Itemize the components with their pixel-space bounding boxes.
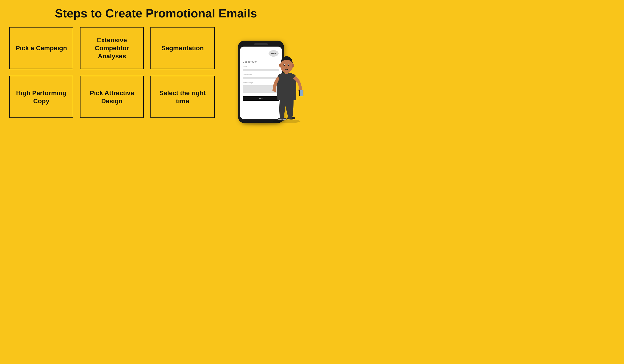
step-label-1: Pick a Campaign [16, 44, 67, 52]
svg-point-13 [279, 64, 281, 67]
step-label-6: Select the right time [155, 89, 210, 105]
step-label-2: Extensive Competitor Analyses [85, 36, 139, 60]
step-card-2: Extensive Competitor Analyses [80, 27, 144, 69]
svg-point-5 [273, 120, 300, 123]
svg-point-17 [284, 64, 285, 65]
step-card-3: Segmentation [151, 27, 215, 69]
grid-and-illustration: Pick a Campaign Extensive Competitor Ana… [9, 27, 303, 123]
page-title: Steps to Create Promotional Emails [9, 7, 303, 20]
svg-rect-10 [300, 90, 303, 96]
person-illustration [264, 36, 310, 123]
step-card-4: High Performing Copy [9, 76, 73, 118]
step-card-5: Pick Attractive Design [80, 76, 144, 118]
step-label-3: Segmentation [161, 44, 204, 52]
step-label-5: Pick Attractive Design [85, 89, 139, 105]
svg-point-14 [292, 64, 294, 67]
illustration-area: Get in touch Name Email adress Your mess… [219, 27, 303, 123]
steps-grid: Pick a Campaign Extensive Competitor Ana… [9, 27, 215, 118]
svg-point-19 [286, 67, 287, 68]
step-card-6: Select the right time [151, 76, 215, 118]
page-wrapper: Steps to Create Promotional Emails Pick … [0, 0, 312, 182]
step-card-1: Pick a Campaign [9, 27, 73, 69]
svg-point-18 [288, 64, 289, 65]
step-label-4: High Performing Copy [14, 89, 69, 105]
